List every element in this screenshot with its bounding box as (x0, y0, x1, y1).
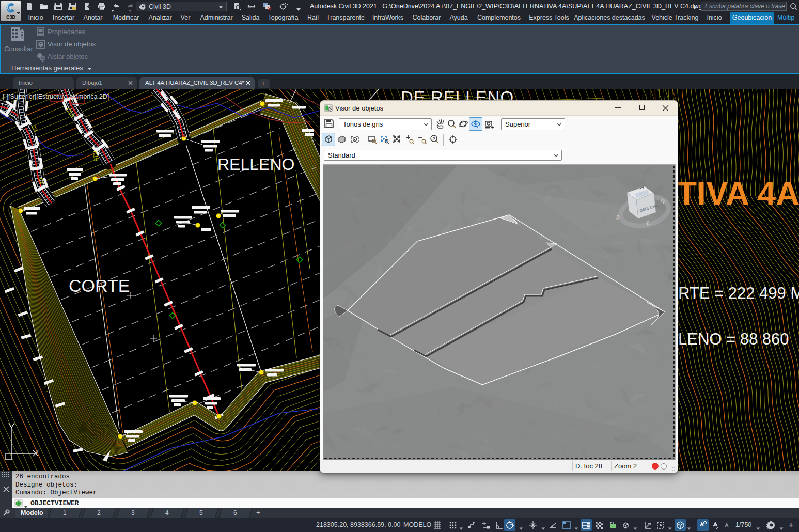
svg-text:RELLENO: RELLENO (217, 155, 294, 174)
svg-text:CORTE: CORTE (69, 276, 130, 295)
svg-text:[-][Superior][Estructura alámb: [-][Superior][Estructura alámbrica 2D] (3, 93, 109, 100)
svg-text:x: x (477, 126, 478, 129)
svg-text:x: x (250, 4, 253, 9)
svg-text:?: ? (433, 136, 436, 142)
svg-text:LENO = 88 860: LENO = 88 860 (678, 330, 789, 348)
svg-text:C16: C16 (91, 150, 99, 162)
svg-text:TIVA 4A: TIVA 4A (677, 175, 799, 212)
svg-text:RTE = 222 499 M: RTE = 222 499 M (678, 284, 799, 302)
